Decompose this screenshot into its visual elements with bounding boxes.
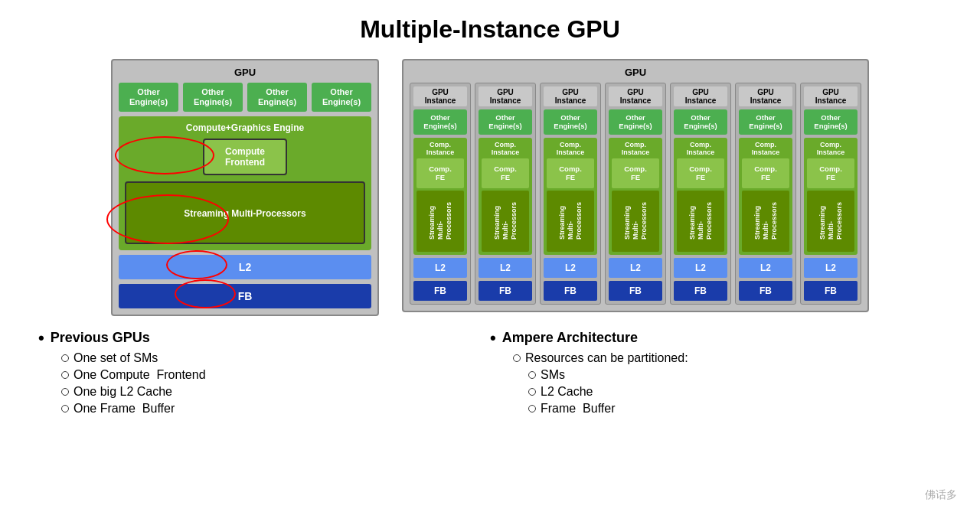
gi-label-7: GPUInstance bbox=[804, 86, 858, 106]
gi-label-3: GPUInstance bbox=[544, 86, 597, 106]
gi-other-engine-5: OtherEngine(s) bbox=[674, 109, 727, 135]
right-bullet-3-text: L2 Cache bbox=[541, 385, 593, 399]
left-other-engines-row: OtherEngine(s) OtherEngine(s) OtherEngin… bbox=[119, 83, 371, 112]
gi-l2-3: L2 bbox=[544, 258, 597, 278]
diagrams-container: GPU OtherEngine(s) OtherEngine(s) OtherE… bbox=[23, 59, 957, 316]
gi-smp-7: StreamingMulti-Processors bbox=[818, 202, 843, 240]
left-gpu-box: GPU OtherEngine(s) OtherEngine(s) OtherE… bbox=[111, 59, 379, 316]
gi-ci-label-1: Comp.Instance bbox=[416, 141, 464, 156]
right-sub-circle-4 bbox=[528, 405, 536, 412]
right-bullet-2: SMs bbox=[513, 368, 942, 382]
right-bullet-4: Frame Buffer bbox=[513, 402, 942, 416]
gi-comp-fe-4: Comp.FE bbox=[612, 158, 659, 188]
right-sub-circle-2 bbox=[528, 371, 536, 379]
gpu-instance-4: GPUInstance OtherEngine(s) Comp.Instance… bbox=[605, 83, 666, 305]
right-bullet-4-text: Frame Buffer bbox=[541, 402, 616, 416]
bullet-dot-right: • bbox=[490, 330, 496, 347]
left-bullet-4: One Frame Buffer bbox=[61, 402, 490, 416]
watermark: 佛话多 bbox=[925, 488, 957, 502]
gi-label-2: GPUInstance bbox=[479, 86, 532, 106]
gi-other-engine-6: OtherEngine(s) bbox=[739, 109, 792, 135]
sub-circle-3 bbox=[61, 388, 69, 396]
bullet-dot-left: • bbox=[38, 330, 44, 347]
right-bullet-1: Resources can be partitioned: bbox=[513, 351, 942, 365]
gi-smp-3: StreamingMulti-Processors bbox=[558, 202, 583, 240]
gi-other-engine-4: OtherEngine(s) bbox=[609, 109, 662, 135]
gi-ci-label-7: Comp.Instance bbox=[807, 141, 854, 156]
right-gpu-label: GPU bbox=[410, 67, 861, 78]
gi-smp-2: StreamingMulti-Processors bbox=[493, 202, 518, 240]
gi-ci-label-2: Comp.Instance bbox=[482, 141, 529, 156]
gi-l2-1: L2 bbox=[413, 258, 467, 278]
bullets-left-heading: • Previous GPUs bbox=[38, 330, 490, 347]
gi-comp-fe-3: Comp.FE bbox=[547, 158, 594, 188]
left-bullet-2-text: One Compute Frontend bbox=[74, 368, 206, 382]
red-circle-compute-frontend bbox=[115, 136, 214, 174]
gi-other-engine-3: OtherEngine(s) bbox=[544, 109, 597, 135]
gi-smp-5: StreamingMulti-Processors bbox=[688, 202, 713, 240]
left-bullet-1-text: One set of SMs bbox=[74, 351, 158, 365]
compute-frontend-box: Compute Frontend bbox=[203, 139, 287, 175]
gi-fb-1: FB bbox=[413, 281, 467, 301]
gi-l2-4: L2 bbox=[609, 258, 662, 278]
compute-graphics-engine: Compute+Graphics Engine Compute Frontend… bbox=[119, 116, 371, 249]
gpu-instance-3: GPUInstance OtherEngine(s) Comp.Instance… bbox=[540, 83, 601, 305]
gi-fb-2: FB bbox=[479, 281, 532, 301]
right-sub-circle-3 bbox=[528, 388, 536, 396]
gi-smp-1: StreamingMulti-Processors bbox=[428, 202, 452, 240]
gpu-instance-6: GPUInstance OtherEngine(s) Comp.Instance… bbox=[735, 83, 796, 305]
left-other-engine-3: OtherEngine(s) bbox=[247, 83, 307, 112]
left-other-engine-2: OtherEngine(s) bbox=[183, 83, 243, 112]
gi-label-1: GPUInstance bbox=[413, 86, 467, 106]
left-bullet-3-text: One big L2 Cache bbox=[74, 385, 172, 399]
right-bullet-1-text: Resources can be partitioned: bbox=[525, 351, 688, 365]
gi-comp-fe-2: Comp.FE bbox=[482, 158, 529, 188]
bullets-right-col: • Ampere Architecture Resources can be p… bbox=[490, 330, 942, 419]
left-bullet-2: One Compute Frontend bbox=[61, 368, 490, 382]
bullets-right-list: Resources can be partitioned: SMs L2 Cac… bbox=[490, 351, 942, 416]
gi-l2-2: L2 bbox=[479, 258, 532, 278]
gpu-instance-7: GPUInstance OtherEngine(s) Comp.Instance… bbox=[800, 83, 861, 305]
red-circle-smp bbox=[106, 194, 229, 244]
left-fb-bar: FB bbox=[119, 284, 371, 308]
gi-fb-7: FB bbox=[804, 281, 858, 301]
gi-other-engine-7: OtherEngine(s) bbox=[804, 109, 858, 135]
gi-comp-instance-3: Comp.Instance Comp.FE StreamingMulti-Pro… bbox=[544, 138, 597, 255]
sub-circle-2 bbox=[61, 371, 69, 379]
gi-l2-5: L2 bbox=[674, 258, 727, 278]
gi-fb-5: FB bbox=[674, 281, 727, 301]
gi-smp-6: StreamingMulti-Processors bbox=[753, 202, 778, 240]
gi-other-engine-2: OtherEngine(s) bbox=[479, 109, 532, 135]
gi-comp-instance-6: Comp.Instance Comp.FE StreamingMulti-Pro… bbox=[739, 138, 792, 255]
gi-smp-4: StreamingMulti-Processors bbox=[623, 202, 648, 240]
gi-comp-fe-6: Comp.FE bbox=[742, 158, 789, 188]
gi-comp-instance-7: Comp.Instance Comp.FE StreamingMulti-Pro… bbox=[804, 138, 858, 255]
red-circle-fb bbox=[175, 279, 236, 308]
cge-label: Compute+Graphics Engine bbox=[125, 122, 365, 133]
right-bullet-2-text: SMs bbox=[541, 368, 565, 382]
bullets-right-heading-text: Ampere Architecture bbox=[502, 330, 638, 346]
bullets-right-heading: • Ampere Architecture bbox=[490, 330, 942, 347]
bullets-left-list: One set of SMs One Compute Frontend One … bbox=[38, 351, 490, 416]
gpu-instance-5: GPUInstance OtherEngine(s) Comp.Instance… bbox=[670, 83, 731, 305]
gi-l2-6: L2 bbox=[739, 258, 792, 278]
gi-comp-fe-1: Comp.FE bbox=[416, 158, 464, 188]
gi-comp-instance-4: Comp.Instance Comp.FE StreamingMulti-Pro… bbox=[609, 138, 662, 255]
left-other-engine-1: OtherEngine(s) bbox=[119, 83, 178, 112]
gi-comp-fe-7: Comp.FE bbox=[807, 158, 854, 188]
left-gpu-label: GPU bbox=[119, 67, 371, 78]
gi-comp-instance-2: Comp.Instance Comp.FE StreamingMulti-Pro… bbox=[479, 138, 532, 255]
gi-ci-label-6: Comp.Instance bbox=[742, 141, 789, 156]
gi-comp-fe-5: Comp.FE bbox=[677, 158, 724, 188]
right-bullet-3: L2 Cache bbox=[513, 385, 942, 399]
bullets-left-col: • Previous GPUs One set of SMs One Compu… bbox=[38, 330, 490, 419]
left-smp-label: Streaming Multi-Processors bbox=[184, 208, 305, 219]
gi-fb-4: FB bbox=[609, 281, 662, 301]
gpu-instances-row: GPUInstance OtherEngine(s) Comp.Instance… bbox=[410, 83, 861, 305]
left-bullet-3: One big L2 Cache bbox=[61, 385, 490, 399]
bullets-section: • Previous GPUs One set of SMs One Compu… bbox=[23, 330, 957, 419]
gpu-instance-2: GPUInstance OtherEngine(s) Comp.Instance… bbox=[475, 83, 536, 305]
gi-ci-label-3: Comp.Instance bbox=[547, 141, 594, 156]
gi-other-engine-1: OtherEngine(s) bbox=[413, 109, 467, 135]
bullets-left-heading-text: Previous GPUs bbox=[51, 330, 150, 346]
